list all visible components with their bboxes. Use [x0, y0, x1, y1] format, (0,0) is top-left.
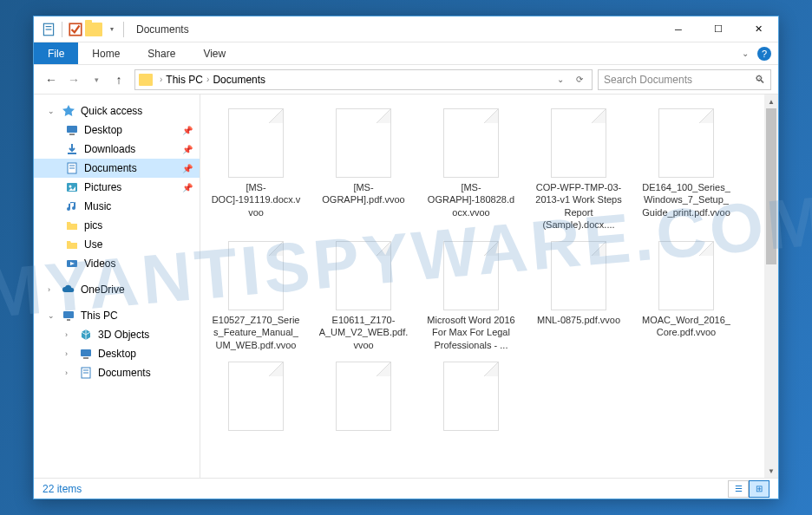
refresh-button[interactable]: ⟳: [571, 71, 588, 88]
sidebar-item-label: Documents: [98, 367, 151, 379]
sidebar-item-music[interactable]: Music: [34, 197, 200, 216]
sidebar-item-pics[interactable]: pics: [34, 216, 200, 235]
file-icon: [551, 241, 606, 310]
file-item[interactable]: [315, 358, 412, 438]
forward-button[interactable]: →: [63, 69, 84, 90]
window-title: Documents: [136, 23, 189, 36]
recent-dropdown[interactable]: ▾: [86, 69, 107, 90]
pin-icon: 📌: [182, 126, 193, 135]
file-item[interactable]: [MS-OGRAPH].pdf.vvoo: [315, 105, 412, 234]
file-name: [MS-DOC]-191119.docx.vvoo: [211, 181, 301, 218]
sidebar-item-label: Use: [84, 238, 102, 251]
sidebar-item-label: 3D Objects: [98, 329, 149, 341]
file-item[interactable]: MOAC_Word_2016_Core.pdf.vvoo: [638, 238, 735, 355]
search-placeholder: Search Documents: [604, 74, 692, 86]
address-dropdown-button[interactable]: ⌄: [552, 71, 569, 88]
sidebar-item-label: Documents: [84, 162, 137, 174]
scroll-down-button[interactable]: ▼: [764, 464, 778, 478]
file-icon: [336, 241, 391, 310]
sidebar-item-desktop[interactable]: ›Desktop: [34, 344, 200, 363]
close-button[interactable]: ✕: [738, 16, 778, 42]
icons-view-button[interactable]: ⊞: [749, 480, 769, 498]
quick-access-node[interactable]: ⌄ Quick access: [34, 101, 200, 121]
item-count: 22 items: [43, 483, 82, 495]
help-icon[interactable]: ?: [757, 47, 771, 61]
sidebar-item-label: Pictures: [84, 181, 121, 193]
documents-icon: [65, 161, 79, 175]
home-tab[interactable]: Home: [78, 42, 134, 64]
file-item[interactable]: E10611_Z170-A_UM_V2_WEB.pdf.vvoo: [315, 238, 412, 355]
file-item[interactable]: DE164_100_Series_Windows_7_Setup_Guide_p…: [638, 105, 735, 234]
folder-icon[interactable]: [85, 23, 102, 36]
up-button[interactable]: ↑: [108, 69, 129, 90]
breadcrumb-documents[interactable]: Documents: [213, 74, 265, 86]
file-icon: [228, 108, 284, 178]
file-item[interactable]: [422, 358, 520, 438]
properties-icon[interactable]: [41, 22, 56, 37]
file-name: MNL-0875.pdf.vvoo: [537, 314, 620, 326]
scroll-up-button[interactable]: ▲: [764, 95, 778, 108]
folder-icon: [65, 238, 79, 251]
chevron-right-icon: ›: [65, 368, 74, 377]
sidebar-item-3d-objects[interactable]: ›3D Objects: [34, 325, 200, 344]
file-icon: [551, 108, 606, 178]
sidebar-item-label: Desktop: [84, 124, 122, 136]
svg-rect-4: [67, 126, 77, 133]
sidebar-item-label: Desktop: [98, 348, 136, 360]
view-tab[interactable]: View: [189, 42, 239, 64]
quick-access-label: Quick access: [81, 105, 142, 117]
search-icon[interactable]: 🔍︎: [755, 74, 765, 86]
file-item[interactable]: E10527_Z170_Series_Feature_Manual_UM_WEB…: [207, 238, 304, 355]
address-bar[interactable]: › This PC › Documents ⌄ ⟳: [134, 69, 593, 90]
chevron-right-icon: ›: [160, 75, 162, 84]
file-item[interactable]: COP-WFP-TMP-03-2013-v1 Work Steps Report…: [530, 105, 627, 234]
file-name: MOAC_Word_2016_Core.pdf.vvoo: [641, 314, 731, 339]
minimize-button[interactable]: ─: [658, 16, 698, 42]
share-tab[interactable]: Share: [134, 42, 189, 64]
content-pane[interactable]: [MS-DOC]-191119.docx.vvoo[MS-OGRAPH].pdf…: [200, 95, 778, 478]
pc-icon: [62, 309, 75, 323]
breadcrumb-this-pc[interactable]: This PC: [166, 74, 203, 86]
sidebar-item-pictures[interactable]: Pictures📌: [34, 178, 200, 197]
chevron-right-icon: ›: [48, 285, 56, 294]
file-icon: [443, 362, 499, 431]
file-name: COP-WFP-TMP-03-2013-v1 Work Steps Report…: [534, 181, 624, 231]
checkbox-icon[interactable]: [68, 22, 83, 37]
file-item[interactable]: MNL-0875.pdf.vvoo: [530, 238, 627, 355]
documents-icon: [79, 366, 93, 380]
sidebar-item-downloads[interactable]: Downloads📌: [34, 140, 200, 159]
sidebar-item-documents[interactable]: Documents📌: [34, 159, 200, 178]
expand-ribbon-button[interactable]: ⌄: [737, 47, 754, 60]
svg-rect-13: [63, 311, 74, 318]
this-pc-label: This PC: [81, 310, 118, 322]
maximize-button[interactable]: ☐: [698, 16, 738, 42]
desktop-icon: [65, 123, 79, 137]
chevron-right-icon: ›: [206, 75, 209, 84]
sidebar-item-label: Videos: [84, 258, 115, 270]
sidebar-item-documents[interactable]: ›Documents: [34, 363, 200, 382]
file-item[interactable]: Microsoft Word 2016 For Max For Legal Pr…: [422, 238, 520, 355]
file-item[interactable]: [MS-DOC]-191119.docx.vvoo: [207, 105, 304, 234]
chevron-right-icon: ›: [65, 330, 74, 339]
file-item[interactable]: [207, 358, 304, 438]
sidebar-item-videos[interactable]: Videos: [34, 254, 200, 273]
details-view-button[interactable]: ☰: [728, 480, 749, 498]
onedrive-node[interactable]: › OneDrive: [34, 280, 200, 299]
pin-icon: 📌: [182, 183, 193, 192]
title-divider: [123, 22, 124, 37]
search-input[interactable]: Search Documents 🔍︎: [598, 69, 771, 90]
sidebar-item-desktop[interactable]: Desktop📌: [34, 121, 200, 140]
sidebar-item-use[interactable]: Use: [34, 235, 200, 254]
scrollbar-thumb[interactable]: [766, 108, 776, 264]
back-button[interactable]: ←: [41, 69, 62, 90]
folder-icon: [65, 218, 79, 232]
file-icon: [228, 362, 284, 431]
file-item[interactable]: [MS-OGRAPH]-180828.docx.vvoo: [422, 105, 520, 234]
qat-dropdown-icon[interactable]: ▾: [104, 22, 120, 37]
file-tab[interactable]: File: [34, 42, 78, 64]
pin-icon: 📌: [182, 164, 193, 173]
titlebar: ▾ Documents ─ ☐ ✕: [34, 16, 778, 42]
vertical-scrollbar[interactable]: ▲ ▼: [764, 95, 778, 478]
pin-icon: 📌: [182, 145, 193, 154]
this-pc-node[interactable]: ⌄ This PC: [34, 306, 200, 325]
